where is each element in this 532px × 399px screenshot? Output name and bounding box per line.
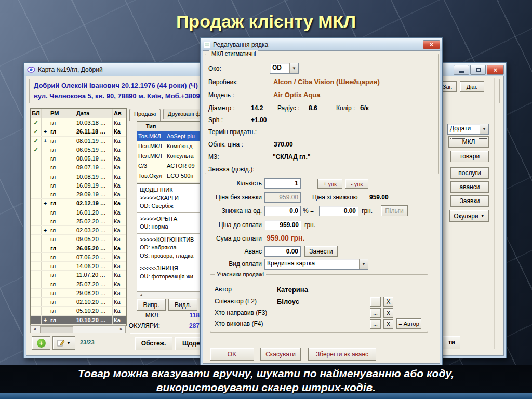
fix-button[interactable]: Випр. [137, 299, 166, 311]
visit-cell-a: Ка [113, 199, 125, 207]
visits-h-scrollbar[interactable]: ◄ ► [30, 325, 126, 333]
visit-cell-a: Ка [113, 190, 125, 198]
visit-row[interactable]: гл16.01.20 …Ка [31, 208, 126, 217]
tab-sales[interactable]: Продажі [129, 109, 161, 121]
pct-equals-label: % = [303, 207, 314, 215]
visit-row[interactable]: +гл10.10.20 …Ка [31, 316, 126, 325]
visit-row[interactable]: гл08.05.19 …Ка [31, 154, 126, 163]
close-button[interactable]: × [487, 65, 504, 75]
dialog-titlebar[interactable]: Редагування рядка × [201, 38, 442, 51]
coauthor-browse-button[interactable] [370, 297, 381, 307]
scroll-left-icon[interactable]: ◄ [138, 292, 144, 297]
visit-row[interactable]: +гл02.12.19 …Ка [31, 199, 126, 208]
visit-cell-c [31, 271, 42, 279]
visit-row[interactable]: ✓+гл08.01.19 …Ка [31, 137, 126, 145]
header-type: Тип [137, 122, 165, 131]
visit-cell-d: 16.01.20 … [75, 208, 113, 217]
chevron-down-icon[interactable]: ▼ [359, 259, 368, 269]
visit-cell-p [42, 163, 49, 171]
ok-button[interactable]: OK [210, 348, 254, 361]
discount-amount-input[interactable]: 0.00 [319, 206, 358, 216]
caption-band: Товар можна вказувати вручну, шукати по … [0, 365, 532, 399]
visit-row[interactable]: гл29.08.20 …Ка [31, 289, 126, 298]
panel-divider [494, 78, 495, 349]
eye-select[interactable]: OD ▼ [270, 63, 299, 74]
cancel-button[interactable]: Скасувати [260, 348, 301, 361]
visits-table-header[interactable]: БЛ РМ Дата Ав [31, 109, 126, 118]
glasses-button[interactable]: Окуляри ▼ [449, 210, 489, 222]
visit-row[interactable]: +гл02.03.20 …Ка [31, 226, 126, 235]
visit-cell-c [31, 298, 42, 306]
add-sale-dropdown[interactable]: Додати ▼ [447, 124, 489, 135]
equals-author-button[interactable]: = Автор [396, 318, 421, 329]
visit-row[interactable]: гл05.10.20 …Ка [31, 307, 126, 315]
chevron-down-icon[interactable]: ▼ [289, 63, 298, 73]
visit-row[interactable]: ✓+гл26.11.18 …Ка [31, 127, 126, 136]
visit-row[interactable]: гл26.05.20 …Ка [31, 244, 126, 253]
visit-cell-d: 25.07.20 … [75, 280, 113, 288]
visit-row[interactable]: гл09.05.20 …Ка [31, 235, 126, 244]
add-visit-button[interactable]: + [32, 336, 50, 350]
quantity-input[interactable]: 1 [264, 178, 301, 189]
visit-row[interactable]: гл02.10.20 …Ка [31, 298, 126, 307]
visit-cell-rm: гл [49, 181, 75, 190]
plus-pack-button[interactable]: + упк [317, 179, 342, 189]
coauthor-clear-button[interactable]: X [383, 297, 393, 307]
visit-cell-d: 29.09.19 … [75, 190, 113, 198]
visit-row[interactable]: гл25.07.20 …Ка [31, 280, 126, 289]
referrer-browse-button[interactable]: ... [370, 308, 381, 318]
sale-type-cell: С/3 [137, 161, 165, 171]
visit-row[interactable]: гл14.06.20 …Ка [31, 262, 126, 271]
scroll-left-icon[interactable]: ◄ [31, 326, 38, 332]
payment-type-select[interactable]: Кредитна картка ▼ [264, 259, 368, 270]
visit-cell-p [42, 208, 49, 217]
exam-button[interactable]: Обстеж. [135, 337, 172, 350]
executor-clear-button[interactable]: X [383, 319, 393, 329]
sale-type-cell: Псл.МКЛ [137, 151, 165, 161]
visit-row[interactable]: гл16.09.19 …Ка [31, 181, 126, 190]
advance-input[interactable]: 0.00 [264, 246, 301, 257]
visit-row[interactable]: гл09.07.19 …Ка [31, 163, 126, 172]
payment-type-label: Вид оплати [203, 260, 262, 268]
visit-cell-rm: гл [49, 244, 75, 252]
executor-browse-button[interactable]: ... [370, 319, 381, 329]
visit-row[interactable]: гл07.06.20 …Ка [31, 253, 126, 262]
term-label: Термін придатн.: [208, 128, 257, 136]
visit-cell-rm: гл [49, 127, 75, 136]
sum-value: 959.00 грн. [267, 234, 304, 242]
to-pay-input[interactable]: 959.00 [264, 220, 301, 230]
minus-pack-button[interactable]: - упк [345, 179, 368, 189]
discount-pct-input[interactable]: 0.0 [264, 206, 301, 216]
delete-button[interactable]: Видл. [168, 299, 197, 311]
enter-advance-button[interactable]: Занести [304, 246, 338, 257]
dialog-title: Редагування рядка [213, 41, 268, 48]
save-as-advance-button[interactable]: Зберегти як аванс [308, 348, 376, 361]
uah-label: грн. [304, 221, 315, 229]
visit-row[interactable]: гл25.02.20 …Ка [31, 217, 126, 226]
add-services-button[interactable]: послуги [450, 167, 489, 179]
visit-row[interactable]: гл29.09.19 …Ка [31, 190, 126, 199]
visit-cell-a: Ка [113, 298, 125, 306]
visit-row[interactable]: ✓гл06.05.19 …Ка [31, 145, 126, 154]
scroll-thumb[interactable] [40, 326, 73, 333]
add-mkl-button[interactable]: МКЛ [448, 136, 489, 148]
visit-row[interactable]: ✓гл10.03.18 …Ка [31, 118, 126, 127]
visit-cell-p [42, 145, 49, 154]
orders-button[interactable]: Заявки [450, 195, 489, 207]
slide-background: Продаж клієнту МКЛ Карта №19/гл, Добрий … [0, 0, 532, 399]
diameter-label: Діаметр : [208, 104, 235, 112]
slide-title: Продаж клієнту МКЛ [0, 11, 532, 32]
close-button[interactable]: × [423, 40, 440, 49]
visit-row[interactable]: гл11.07.20 …Ка [31, 271, 126, 280]
visit-cell-a: Ка [113, 253, 125, 261]
referrer-clear-button[interactable]: X [383, 308, 393, 318]
edit-visit-button[interactable]: ▼ [52, 336, 75, 350]
maximize-button[interactable] [470, 65, 486, 75]
add-goods-button[interactable]: товари [450, 151, 489, 162]
visit-cell-c [31, 307, 42, 315]
chevron-down-icon[interactable]: ▼ [480, 124, 488, 134]
diagnosis-button[interactable]: Діаг. [460, 81, 484, 92]
add-advances-button[interactable]: аванси [450, 181, 489, 193]
minimize-button[interactable] [454, 65, 469, 75]
visit-row[interactable]: гл10.08.19 …Ка [31, 172, 126, 181]
